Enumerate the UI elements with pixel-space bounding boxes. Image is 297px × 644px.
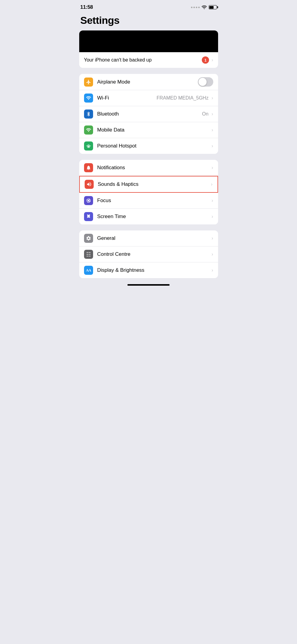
wifi-chevron: › bbox=[211, 95, 213, 101]
account-banner bbox=[79, 30, 218, 52]
display-brightness-row[interactable]: AA Display & Brightness › bbox=[79, 262, 218, 278]
wifi-status-icon bbox=[202, 5, 207, 9]
mobile-data-icon bbox=[84, 125, 93, 135]
wifi-label: Wi-Fi bbox=[97, 95, 157, 101]
page-title: Settings bbox=[74, 12, 223, 30]
wifi-row[interactable]: Wi-Fi FRAMED MEDIA_5GHz › bbox=[79, 90, 218, 106]
bluetooth-right: On › bbox=[202, 111, 213, 117]
bluetooth-row[interactable]: Bluetooth On › bbox=[79, 106, 218, 122]
general-chevron: › bbox=[211, 236, 213, 241]
wifi-value: FRAMED MEDIA_5GHz bbox=[157, 95, 208, 101]
sounds-haptics-right: › bbox=[211, 182, 212, 187]
airplane-mode-icon bbox=[84, 78, 93, 87]
personal-hotspot-chevron: › bbox=[211, 143, 213, 149]
notifications-label: Notifications bbox=[97, 165, 212, 171]
personal-hotspot-right: › bbox=[211, 143, 213, 149]
control-centre-chevron: › bbox=[211, 252, 213, 257]
display-brightness-label: Display & Brightness bbox=[97, 267, 212, 273]
notifications-row[interactable]: Notifications › bbox=[79, 160, 218, 176]
battery-icon bbox=[209, 5, 217, 9]
home-indicator bbox=[127, 284, 170, 286]
display-brightness-icon: AA bbox=[84, 266, 93, 275]
account-backup-row[interactable]: Your iPhone can't be backed up 1 › bbox=[79, 52, 218, 68]
personal-hotspot-row[interactable]: Personal Hotspot › bbox=[79, 138, 218, 154]
backup-warning-text: Your iPhone can't be backed up bbox=[84, 57, 152, 63]
mobile-data-right: › bbox=[211, 127, 213, 133]
sounds-haptics-label: Sounds & Haptics bbox=[98, 181, 211, 187]
backup-chevron: › bbox=[211, 57, 213, 63]
sounds-haptics-chevron: › bbox=[211, 182, 212, 187]
sounds-haptics-highlight-wrapper: Sounds & Haptics › bbox=[79, 176, 218, 193]
mobile-data-label: Mobile Data bbox=[97, 127, 212, 133]
backup-badge: 1 bbox=[202, 56, 209, 64]
focus-chevron: › bbox=[211, 198, 213, 203]
mobile-data-row[interactable]: Mobile Data › bbox=[79, 122, 218, 138]
notifications-right: › bbox=[211, 165, 213, 170]
bluetooth-value: On bbox=[202, 111, 208, 117]
airplane-mode-row[interactable]: Airplane Mode bbox=[79, 74, 218, 90]
general-icon bbox=[84, 234, 93, 243]
airplane-mode-label: Airplane Mode bbox=[97, 79, 198, 85]
focus-label: Focus bbox=[97, 198, 212, 204]
signal-icon bbox=[191, 7, 200, 8]
bluetooth-chevron: › bbox=[211, 111, 213, 117]
status-icons bbox=[191, 5, 217, 9]
wifi-icon bbox=[84, 94, 93, 103]
status-time: 11:58 bbox=[80, 4, 93, 10]
sounds-haptics-row[interactable]: Sounds & Haptics › bbox=[80, 176, 217, 192]
screen-time-row[interactable]: Screen Time › bbox=[79, 209, 218, 224]
control-centre-right: › bbox=[211, 252, 213, 257]
account-card: Your iPhone can't be backed up 1 › bbox=[79, 30, 218, 68]
airplane-mode-toggle[interactable] bbox=[198, 77, 213, 87]
focus-right: › bbox=[211, 198, 213, 203]
sounds-haptics-icon bbox=[85, 180, 94, 189]
general-row[interactable]: General › bbox=[79, 230, 218, 246]
general-label: General bbox=[97, 235, 212, 241]
display-brightness-chevron: › bbox=[211, 268, 213, 273]
focus-icon bbox=[84, 196, 93, 205]
display-brightness-right: › bbox=[211, 268, 213, 273]
control-centre-row[interactable]: Control Centre › bbox=[79, 246, 218, 262]
network-group: Airplane Mode Wi-Fi FRAMED MEDIA_5GHz › … bbox=[79, 74, 218, 154]
mobile-data-chevron: › bbox=[211, 127, 213, 133]
screen-time-right: › bbox=[211, 214, 213, 219]
personal-hotspot-label: Personal Hotspot bbox=[97, 143, 212, 149]
bluetooth-icon bbox=[84, 109, 93, 119]
control-centre-label: Control Centre bbox=[97, 251, 212, 257]
screen-time-icon bbox=[84, 212, 93, 221]
status-bar: 11:58 bbox=[74, 0, 223, 12]
general-right: › bbox=[211, 236, 213, 241]
focus-row[interactable]: Focus › bbox=[79, 193, 218, 209]
notifications-icon bbox=[84, 163, 93, 172]
screen-time-label: Screen Time bbox=[97, 214, 212, 220]
wifi-right: FRAMED MEDIA_5GHz › bbox=[157, 95, 213, 101]
bluetooth-label: Bluetooth bbox=[97, 111, 202, 117]
notifications-chevron: › bbox=[211, 165, 213, 170]
personal-hotspot-icon bbox=[84, 141, 93, 151]
screen-time-chevron: › bbox=[211, 214, 213, 219]
display-brightness-label-icon: AA bbox=[86, 268, 91, 273]
account-backup-right: 1 › bbox=[202, 56, 213, 64]
control-centre-icon bbox=[84, 250, 93, 259]
general-group: General › Control Centre › AA Display & … bbox=[79, 230, 218, 278]
system-group: Notifications › Sounds & Haptics › Focus bbox=[79, 160, 218, 224]
